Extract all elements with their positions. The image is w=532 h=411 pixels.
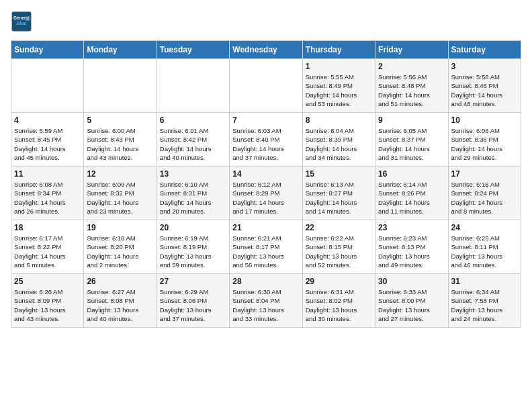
calendar-cell-w4d1: 18Sunrise: 6:17 AM Sunset: 8:22 PM Dayli… <box>11 220 84 274</box>
calendar-week-2: 4Sunrise: 5:59 AM Sunset: 8:45 PM Daylig… <box>11 113 521 167</box>
calendar-cell-w2d2: 5Sunrise: 6:00 AM Sunset: 8:43 PM Daylig… <box>84 113 157 167</box>
calendar-cell-w4d7: 24Sunrise: 6:25 AM Sunset: 8:11 PM Dayli… <box>448 220 521 274</box>
day-number: 9 <box>378 116 445 125</box>
calendar-cell-w2d6: 9Sunrise: 6:05 AM Sunset: 8:37 PM Daylig… <box>375 113 448 167</box>
day-number: 18 <box>14 223 81 232</box>
calendar-cell-w4d6: 23Sunrise: 6:23 AM Sunset: 8:13 PM Dayli… <box>375 220 448 274</box>
day-number: 7 <box>232 116 299 125</box>
day-number: 30 <box>378 277 445 286</box>
day-info: Sunrise: 5:55 AM Sunset: 8:49 PM Dayligh… <box>306 73 372 108</box>
calendar-cell-w3d5: 15Sunrise: 6:13 AM Sunset: 8:27 PM Dayli… <box>302 167 375 220</box>
page-header: General Blue <box>11 11 521 32</box>
calendar-cell-w2d3: 6Sunrise: 6:01 AM Sunset: 8:42 PM Daylig… <box>157 113 229 167</box>
day-number: 29 <box>306 277 372 286</box>
day-number: 20 <box>160 223 226 232</box>
day-info: Sunrise: 6:29 AM Sunset: 8:06 PM Dayligh… <box>160 287 226 323</box>
calendar-cell-w3d6: 16Sunrise: 6:14 AM Sunset: 8:26 PM Dayli… <box>375 167 448 220</box>
calendar-cell-w5d4: 28Sunrise: 6:30 AM Sunset: 8:04 PM Dayli… <box>230 274 302 328</box>
day-number: 10 <box>451 116 518 125</box>
logo: General Blue <box>11 11 35 32</box>
day-info: Sunrise: 6:10 AM Sunset: 8:31 PM Dayligh… <box>160 180 226 216</box>
day-info: Sunrise: 6:34 AM Sunset: 7:58 PM Dayligh… <box>451 287 518 323</box>
day-info: Sunrise: 6:09 AM Sunset: 8:32 PM Dayligh… <box>87 180 153 216</box>
day-info: Sunrise: 6:27 AM Sunset: 8:08 PM Dayligh… <box>87 287 153 323</box>
day-info: Sunrise: 6:22 AM Sunset: 8:15 PM Dayligh… <box>306 234 372 269</box>
calendar-cell-w1d2 <box>84 59 157 113</box>
day-info: Sunrise: 6:00 AM Sunset: 8:43 PM Dayligh… <box>87 126 153 162</box>
calendar-cell-w5d5: 29Sunrise: 6:31 AM Sunset: 8:02 PM Dayli… <box>302 274 375 328</box>
calendar-header-row: SundayMondayTuesdayWednesdayThursdayFrid… <box>11 41 521 59</box>
svg-text:Blue: Blue <box>17 21 26 26</box>
calendar-cell-w2d1: 4Sunrise: 5:59 AM Sunset: 8:45 PM Daylig… <box>11 113 84 167</box>
calendar-cell-w1d1 <box>11 59 84 113</box>
calendar-cell-w4d3: 20Sunrise: 6:19 AM Sunset: 8:19 PM Dayli… <box>157 220 229 274</box>
calendar-cell-w3d3: 13Sunrise: 6:10 AM Sunset: 8:31 PM Dayli… <box>157 167 229 220</box>
calendar-cell-w1d3 <box>157 59 229 113</box>
weekday-header-sunday: Sunday <box>11 41 84 59</box>
calendar-cell-w4d2: 19Sunrise: 6:18 AM Sunset: 8:20 PM Dayli… <box>84 220 157 274</box>
day-info: Sunrise: 6:19 AM Sunset: 8:19 PM Dayligh… <box>160 234 226 269</box>
weekday-header-monday: Monday <box>84 41 157 59</box>
day-info: Sunrise: 6:26 AM Sunset: 8:09 PM Dayligh… <box>14 287 81 323</box>
day-number: 3 <box>451 62 518 71</box>
day-number: 8 <box>306 116 372 125</box>
calendar-cell-w3d2: 12Sunrise: 6:09 AM Sunset: 8:32 PM Dayli… <box>84 167 157 220</box>
calendar-cell-w3d7: 17Sunrise: 6:16 AM Sunset: 8:24 PM Dayli… <box>448 167 521 220</box>
logo-icon: General Blue <box>11 11 32 32</box>
day-number: 13 <box>160 169 226 179</box>
day-info: Sunrise: 6:08 AM Sunset: 8:34 PM Dayligh… <box>14 180 81 216</box>
weekday-header-wednesday: Wednesday <box>230 41 302 59</box>
day-number: 16 <box>378 169 445 179</box>
day-info: Sunrise: 5:59 AM Sunset: 8:45 PM Dayligh… <box>14 126 81 162</box>
day-number: 14 <box>232 169 299 179</box>
day-number: 4 <box>14 116 81 125</box>
calendar-cell-w5d3: 27Sunrise: 6:29 AM Sunset: 8:06 PM Dayli… <box>157 274 229 328</box>
day-info: Sunrise: 6:12 AM Sunset: 8:29 PM Dayligh… <box>232 180 299 216</box>
weekday-header-thursday: Thursday <box>302 41 375 59</box>
calendar-body: 1Sunrise: 5:55 AM Sunset: 8:49 PM Daylig… <box>11 59 521 328</box>
calendar-cell-w3d1: 11Sunrise: 6:08 AM Sunset: 8:34 PM Dayli… <box>11 167 84 220</box>
day-number: 6 <box>160 116 226 125</box>
day-info: Sunrise: 6:16 AM Sunset: 8:24 PM Dayligh… <box>451 180 518 216</box>
day-number: 27 <box>160 277 226 286</box>
day-number: 25 <box>14 277 81 286</box>
day-number: 31 <box>451 277 518 286</box>
day-number: 22 <box>306 223 372 232</box>
day-info: Sunrise: 6:13 AM Sunset: 8:27 PM Dayligh… <box>306 180 372 216</box>
calendar-cell-w1d5: 1Sunrise: 5:55 AM Sunset: 8:49 PM Daylig… <box>302 59 375 113</box>
day-info: Sunrise: 5:56 AM Sunset: 8:48 PM Dayligh… <box>378 73 445 108</box>
day-info: Sunrise: 6:23 AM Sunset: 8:13 PM Dayligh… <box>378 234 445 269</box>
calendar-cell-w3d4: 14Sunrise: 6:12 AM Sunset: 8:29 PM Dayli… <box>230 167 302 220</box>
day-number: 12 <box>87 169 153 179</box>
calendar-cell-w2d5: 8Sunrise: 6:04 AM Sunset: 8:39 PM Daylig… <box>302 113 375 167</box>
day-info: Sunrise: 6:01 AM Sunset: 8:42 PM Dayligh… <box>160 126 226 162</box>
day-number: 1 <box>306 62 372 71</box>
calendar-cell-w1d6: 2Sunrise: 5:56 AM Sunset: 8:48 PM Daylig… <box>375 59 448 113</box>
day-info: Sunrise: 6:06 AM Sunset: 8:36 PM Dayligh… <box>451 126 518 162</box>
day-number: 23 <box>378 223 445 232</box>
day-info: Sunrise: 6:33 AM Sunset: 8:00 PM Dayligh… <box>378 287 445 323</box>
calendar-table: SundayMondayTuesdayWednesdayThursdayFrid… <box>11 40 521 328</box>
day-number: 17 <box>451 169 518 179</box>
day-number: 19 <box>87 223 153 232</box>
calendar-week-1: 1Sunrise: 5:55 AM Sunset: 8:49 PM Daylig… <box>11 59 521 113</box>
day-info: Sunrise: 6:05 AM Sunset: 8:37 PM Dayligh… <box>378 126 445 162</box>
calendar-cell-w1d7: 3Sunrise: 5:58 AM Sunset: 8:46 PM Daylig… <box>448 59 521 113</box>
day-number: 5 <box>87 116 153 125</box>
day-info: Sunrise: 6:21 AM Sunset: 8:17 PM Dayligh… <box>232 234 299 269</box>
calendar-cell-w1d4 <box>230 59 302 113</box>
day-info: Sunrise: 6:03 AM Sunset: 8:40 PM Dayligh… <box>232 126 299 162</box>
day-number: 15 <box>306 169 372 179</box>
day-number: 24 <box>451 223 518 232</box>
day-info: Sunrise: 6:04 AM Sunset: 8:39 PM Dayligh… <box>306 126 372 162</box>
calendar-cell-w4d5: 22Sunrise: 6:22 AM Sunset: 8:15 PM Dayli… <box>302 220 375 274</box>
calendar-cell-w5d7: 31Sunrise: 6:34 AM Sunset: 7:58 PM Dayli… <box>448 274 521 328</box>
weekday-header-friday: Friday <box>375 41 448 59</box>
calendar-week-3: 11Sunrise: 6:08 AM Sunset: 8:34 PM Dayli… <box>11 167 521 220</box>
calendar-cell-w5d1: 25Sunrise: 6:26 AM Sunset: 8:09 PM Dayli… <box>11 274 84 328</box>
calendar-week-5: 25Sunrise: 6:26 AM Sunset: 8:09 PM Dayli… <box>11 274 521 328</box>
day-info: Sunrise: 6:17 AM Sunset: 8:22 PM Dayligh… <box>14 234 81 269</box>
weekday-header-tuesday: Tuesday <box>157 41 229 59</box>
day-number: 11 <box>14 169 81 179</box>
day-info: Sunrise: 6:14 AM Sunset: 8:26 PM Dayligh… <box>378 180 445 216</box>
